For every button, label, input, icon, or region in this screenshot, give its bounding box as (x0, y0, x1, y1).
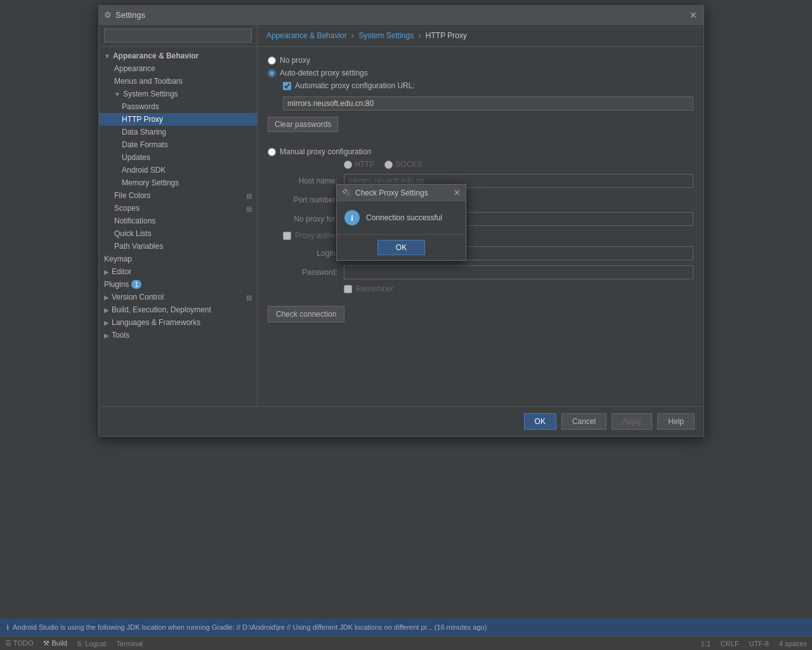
clear-passwords-section: Clear passwords (268, 117, 693, 140)
modal-footer: OK (337, 234, 466, 260)
sidebar-item-date-formats[interactable]: Date Formats (99, 138, 257, 151)
plugins-badge: 1 (131, 280, 141, 289)
expand-arrow-lang: ▶ (104, 319, 109, 326)
password-label: Password: (268, 268, 337, 277)
expand-arrow-vc: ▶ (104, 294, 109, 301)
main-content: Appearance & Behavior › System Settings … (258, 25, 704, 406)
sidebar-tree: ▼ Appearance & Behavior Appearance Menus… (99, 47, 257, 406)
sidebar-item-editor[interactable]: ▶ Editor (99, 265, 257, 278)
encoding: UTF-8 (749, 640, 769, 647)
proxy-check-modal: 🔌 Check Proxy Settings ✕ i Connection su… (336, 184, 466, 261)
sidebar-item-updates[interactable]: Updates (99, 151, 257, 164)
expand-arrow: ▼ (104, 53, 110, 60)
vc-icon: ▤ (246, 294, 252, 301)
sidebar-item-system-settings[interactable]: ▼ System Settings (99, 88, 257, 100)
sidebar-item-keymap[interactable]: Keymap (99, 253, 257, 265)
manual-proxy-label[interactable]: Manual proxy configuration (280, 147, 371, 156)
proxy-auth-checkbox[interactable] (283, 232, 291, 240)
remember-checkbox-row: Remember (344, 284, 693, 293)
auto-config-label[interactable]: Automatic proxy configuration URL: (295, 81, 415, 90)
modal-body: i Connection successful (337, 201, 466, 234)
sidebar-item-version-control[interactable]: ▶ Version Control ▤ (99, 291, 257, 303)
search-input[interactable] (104, 29, 252, 43)
sidebar-item-memory-settings[interactable]: Memory Settings (99, 176, 257, 189)
build-tab[interactable]: ⚒ Build (43, 639, 67, 647)
socks-radio[interactable] (384, 161, 393, 169)
expand-arrow-editor: ▶ (104, 269, 109, 275)
no-proxy-label[interactable]: No proxy (280, 56, 310, 65)
dialog-footer: OK Cancel Apply Help (99, 406, 704, 436)
no-proxy-row: No proxy (268, 56, 693, 65)
line-ending: CRLF (721, 640, 739, 647)
content-area: No proxy Auto-detect proxy settings Auto… (258, 47, 704, 406)
password-row: Password: (268, 265, 693, 279)
clear-passwords-button[interactable]: Clear passwords (268, 117, 338, 132)
sidebar-item-android-sdk[interactable]: Android SDK (99, 164, 257, 176)
notification-bar: ℹ Android Studio is using the following … (0, 618, 812, 636)
login-label: Login: (268, 249, 337, 258)
sidebar-item-http-proxy[interactable]: HTTP Proxy (99, 113, 257, 126)
file-colors-icon: ▤ (246, 192, 252, 199)
sidebar-item-appearance[interactable]: Appearance (99, 62, 257, 75)
sidebar-item-notifications[interactable]: Notifications (99, 215, 257, 227)
logcat-tab[interactable]: 6: Logcat (77, 640, 106, 647)
modal-message: Connection successful (366, 213, 442, 222)
expand-arrow-build: ▶ (104, 307, 109, 314)
host-row: Host name: (268, 174, 693, 188)
search-box (99, 25, 257, 47)
cancel-button[interactable]: Cancel (561, 413, 606, 430)
sidebar-item-menus-toolbars[interactable]: Menus and Toolbars (99, 75, 257, 88)
manual-proxy-radio[interactable] (268, 148, 276, 156)
auto-detect-label[interactable]: Auto-detect proxy settings (280, 69, 368, 77)
status-bar: ☰ TODO ⚒ Build 6: Logcat Terminal 1:1 CR… (0, 636, 812, 650)
no-proxy-for-label: No proxy for: (268, 215, 337, 223)
sidebar-item-data-sharing[interactable]: Data Sharing (99, 126, 257, 138)
password-input[interactable] (344, 265, 693, 279)
notification-icon: ℹ (6, 623, 9, 632)
notification-text: Android Studio is using the following JD… (13, 623, 487, 631)
http-label[interactable]: HTTP (355, 160, 374, 169)
http-radio[interactable] (344, 161, 352, 169)
remember-label[interactable]: Remember (356, 284, 393, 293)
remember-checkbox[interactable] (344, 285, 352, 293)
protocol-row: HTTP SOCKS (344, 160, 693, 169)
modal-ok-button[interactable]: OK (377, 240, 425, 255)
expand-arrow-tools: ▶ (104, 332, 109, 339)
ok-button[interactable]: OK (524, 413, 556, 430)
dialog-close-button[interactable]: ✕ (688, 10, 698, 20)
auto-config-checkbox[interactable] (283, 82, 291, 90)
port-label: Port number: (268, 196, 337, 204)
info-icon: i (344, 210, 360, 225)
sidebar-item-passwords[interactable]: Passwords (99, 100, 257, 113)
sidebar-item-plugins[interactable]: Plugins 1 (99, 278, 257, 291)
sidebar-item-appearance-behavior[interactable]: ▼ Appearance & Behavior (99, 50, 257, 62)
terminal-tab[interactable]: Terminal (116, 640, 143, 647)
sidebar-item-scopes[interactable]: Scopes ▤ (99, 202, 257, 215)
todo-tab[interactable]: ☰ TODO (5, 639, 33, 647)
settings-icon: ⚙ (104, 10, 112, 20)
socks-label[interactable]: SOCKS (395, 160, 422, 169)
sidebar-item-path-variables[interactable]: Path Variables (99, 240, 257, 253)
sidebar-item-build[interactable]: ▶ Build, Execution, Deployment (99, 303, 257, 316)
sidebar-item-quick-lists[interactable]: Quick Lists (99, 227, 257, 240)
url-row (283, 96, 693, 110)
auto-config-row: Automatic proxy configuration URL: (283, 81, 693, 90)
modal-title-icon: 🔌 (342, 189, 351, 197)
auto-detect-radio[interactable] (268, 69, 276, 77)
help-button[interactable]: Help (657, 413, 695, 430)
check-connection-button[interactable]: Check connection (268, 306, 344, 322)
breadcrumb-sep1: › (351, 31, 356, 40)
login-row: Login: (268, 246, 693, 260)
auto-config-url-input[interactable] (283, 96, 693, 110)
dialog-title: Settings (115, 10, 688, 20)
sidebar-item-tools[interactable]: ▶ Tools (99, 329, 257, 342)
indent: 4 spaces (779, 640, 807, 647)
sidebar-item-file-colors[interactable]: File Colors ▤ (99, 189, 257, 202)
modal-titlebar: 🔌 Check Proxy Settings ✕ (337, 185, 466, 201)
manual-proxy-row: Manual proxy configuration (268, 147, 693, 156)
sidebar-item-languages[interactable]: ▶ Languages & Frameworks (99, 316, 257, 329)
settings-sidebar: ▼ Appearance & Behavior Appearance Menus… (99, 25, 258, 406)
modal-close-button[interactable]: ✕ (454, 188, 461, 197)
apply-button[interactable]: Apply (612, 413, 652, 430)
no-proxy-radio[interactable] (268, 56, 276, 65)
